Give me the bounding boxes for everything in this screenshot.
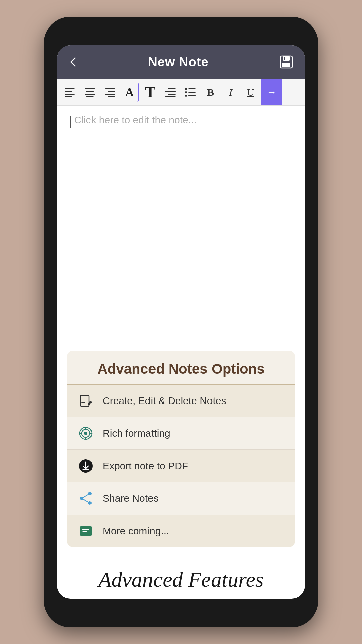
item-more-label: More coming...: [103, 525, 169, 537]
svg-rect-23: [188, 92, 196, 93]
item-rich-label: Rich formatting: [103, 428, 170, 439]
phone-screen: New Note: [57, 45, 305, 599]
underline-button[interactable]: U: [241, 83, 260, 102]
edit-icon: [77, 392, 95, 410]
svg-rect-12: [105, 88, 115, 89]
svg-line-40: [82, 498, 90, 503]
bullet-list-button[interactable]: [181, 83, 200, 102]
svg-rect-35: [82, 469, 89, 470]
list-item[interactable]: Rich formatting: [67, 417, 295, 450]
font-size-a-button[interactable]: A: [121, 83, 139, 102]
list-item[interactable]: Share Notes: [67, 482, 295, 515]
download-icon: [77, 457, 95, 475]
info-card-title: Advanced Notes Options: [67, 351, 295, 385]
svg-rect-6: [65, 94, 75, 95]
note-area[interactable]: Click here to edit the note...: [57, 106, 305, 344]
svg-rect-17: [165, 91, 176, 92]
svg-rect-13: [108, 91, 115, 92]
svg-rect-42: [82, 529, 89, 530]
list-item[interactable]: Create, Edit & Delete Notes: [67, 385, 295, 417]
item-create-label: Create, Edit & Delete Notes: [103, 395, 226, 407]
share-icon: [77, 490, 95, 507]
svg-line-39: [82, 494, 90, 498]
list-item[interactable]: Export note to PDF: [67, 450, 295, 482]
svg-rect-1: [283, 56, 290, 61]
align-left-button[interactable]: [60, 83, 79, 102]
advanced-features-text: Advanced Features: [57, 554, 305, 599]
item-export-label: Export note to PDF: [103, 460, 188, 472]
info-card-items: Create, Edit & Delete Notes: [67, 385, 295, 547]
svg-point-29: [84, 432, 87, 435]
svg-rect-9: [86, 91, 94, 92]
indent-button[interactable]: [161, 83, 180, 102]
top-bar: New Note: [57, 45, 305, 79]
back-button[interactable]: [67, 56, 79, 68]
svg-rect-14: [105, 94, 115, 95]
svg-rect-8: [85, 88, 95, 89]
svg-rect-41: [80, 526, 92, 536]
info-card: Advanced Notes Options Create, Edit & De…: [67, 351, 295, 547]
item-share-label: Share Notes: [103, 493, 159, 504]
target-icon: [77, 425, 95, 442]
list-item[interactable]: More coming...: [67, 515, 295, 547]
toolbar-next-button[interactable]: →: [261, 79, 282, 106]
svg-point-22: [185, 91, 187, 93]
page-title: New Note: [148, 55, 208, 69]
svg-rect-2: [282, 63, 290, 67]
svg-point-24: [185, 95, 187, 97]
svg-rect-16: [168, 88, 176, 89]
svg-rect-43: [82, 531, 87, 532]
svg-rect-5: [65, 91, 72, 92]
save-button[interactable]: [278, 53, 295, 71]
svg-point-20: [185, 88, 187, 90]
svg-rect-15: [108, 96, 115, 97]
svg-rect-25: [188, 95, 196, 96]
svg-rect-11: [86, 96, 94, 97]
more-icon: [77, 522, 95, 540]
text-cursor: [70, 116, 71, 128]
toolbar: A T: [57, 79, 305, 106]
italic-button[interactable]: I: [221, 83, 240, 102]
svg-rect-4: [65, 88, 75, 89]
bold-button[interactable]: B: [201, 83, 220, 102]
phone-shell: New Note: [44, 17, 318, 627]
svg-rect-18: [168, 94, 176, 95]
note-placeholder: Click here to edit the note...: [74, 114, 196, 125]
svg-rect-26: [80, 395, 89, 406]
svg-rect-3: [284, 57, 285, 60]
svg-rect-21: [188, 88, 196, 89]
svg-rect-7: [65, 96, 72, 97]
align-right-button[interactable]: [101, 83, 119, 102]
svg-rect-19: [165, 96, 176, 97]
font-size-t-button[interactable]: T: [141, 83, 160, 102]
svg-rect-10: [85, 94, 95, 95]
align-center-button[interactable]: [80, 83, 99, 102]
